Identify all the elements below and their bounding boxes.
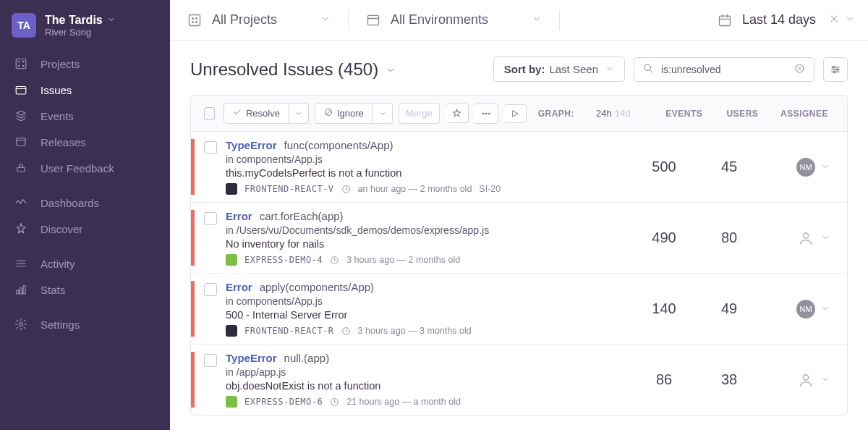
row-checkbox[interactable]	[204, 141, 217, 154]
more-button[interactable]	[475, 104, 498, 124]
row-checkbox[interactable]	[204, 354, 217, 367]
org-switcher[interactable]: TA The Tardis River Song	[0, 6, 170, 48]
issue-short-id[interactable]: SI-20	[479, 184, 501, 194]
assignee-cell[interactable]	[762, 210, 834, 266]
issue-culprit: apply(components/App)	[260, 281, 374, 293]
svg-point-32	[833, 66, 835, 68]
sidebar-item-label: Dashboards	[41, 197, 99, 209]
check-icon	[233, 108, 242, 119]
filter-button[interactable]	[823, 57, 848, 82]
svg-point-16	[192, 17, 194, 19]
assignee-avatar[interactable]: NM	[796, 158, 815, 177]
bookmark-button[interactable]	[446, 104, 469, 123]
issue-path: in components/App.js	[226, 153, 631, 165]
content: Unresolved Issues (450) Sort by: Last Se…	[170, 41, 868, 430]
sidebar-item-settings[interactable]: Settings	[0, 311, 170, 337]
sidebar-item-activity[interactable]: Activity	[0, 250, 170, 277]
ignore-dropdown[interactable]	[373, 103, 393, 124]
unassigned-icon[interactable]	[796, 229, 815, 248]
assignee-avatar[interactable]: NM	[796, 300, 815, 319]
events-count[interactable]: 490	[631, 210, 697, 266]
date-range-selector[interactable]: Last 14 days	[700, 0, 868, 40]
sidebar-item-stats[interactable]: Stats	[0, 277, 170, 303]
sidebar-item-projects[interactable]: Projects	[0, 51, 170, 77]
row-checkbox[interactable]	[204, 283, 217, 296]
project-selector[interactable]: All Projects	[170, 0, 348, 40]
events-count[interactable]: 140	[631, 281, 697, 337]
svg-point-38	[485, 113, 487, 114]
table-row[interactable]: TypeError null.(app) in /app/app.js obj.…	[191, 345, 847, 415]
chevron-down-icon	[821, 303, 830, 315]
assignee-column-header: ASSIGNEE	[775, 109, 834, 119]
issue-culprit: null.(app)	[284, 352, 330, 364]
sidebar-item-label: Activity	[41, 258, 75, 270]
events-icon	[14, 109, 27, 122]
environment-selector[interactable]: All Environments	[349, 0, 559, 40]
table-row[interactable]: Error cart.forEach(app) in /Users/vu/Doc…	[191, 203, 847, 274]
assignee-cell[interactable]	[762, 352, 834, 408]
sort-label: Sort by:	[504, 63, 545, 75]
issue-type[interactable]: Error	[226, 210, 252, 222]
sidebar-item-issues[interactable]: Issues	[0, 77, 170, 103]
svg-rect-12	[20, 288, 22, 294]
events-count[interactable]: 86	[631, 352, 697, 408]
realtime-button[interactable]	[504, 104, 527, 123]
project-name[interactable]: EXPRESS-DEMO-6	[244, 397, 323, 407]
unassigned-icon[interactable]	[796, 371, 815, 389]
users-count[interactable]: 80	[697, 210, 762, 266]
resolve-dropdown[interactable]	[289, 103, 309, 124]
svg-point-2	[22, 61, 24, 62]
select-all-checkbox[interactable]	[204, 107, 215, 120]
search-input[interactable]	[661, 64, 794, 75]
sidebar-item-releases[interactable]: Releases	[0, 129, 170, 155]
issue-path: in /app/app.js	[226, 366, 631, 378]
stats-icon	[14, 283, 27, 296]
ignore-icon	[324, 108, 333, 119]
org-name: The Tardis	[45, 14, 103, 27]
svg-point-45	[803, 374, 808, 379]
assignee-cell[interactable]: NM	[762, 139, 834, 195]
sidebar-item-discover[interactable]: Discover	[0, 216, 170, 242]
events-count[interactable]: 500	[631, 139, 697, 195]
row-checkbox[interactable]	[204, 212, 217, 225]
svg-rect-11	[17, 290, 19, 294]
sidebar-item-dashboards[interactable]: Dashboards	[0, 190, 170, 216]
calendar-icon	[718, 13, 732, 28]
feedback-icon	[14, 161, 27, 174]
issue-type[interactable]: TypeError	[226, 352, 277, 364]
issue-type[interactable]: TypeError	[226, 139, 277, 151]
sidebar-item-label: Releases	[41, 136, 86, 148]
sidebar-item-label: Events	[41, 110, 74, 122]
issue-type[interactable]: Error	[226, 281, 252, 293]
sort-selector[interactable]: Sort by: Last Seen	[493, 56, 625, 82]
search-box[interactable]	[634, 57, 814, 82]
merge-button[interactable]: Merge	[399, 103, 440, 124]
assignee-cell[interactable]: NM	[762, 281, 834, 337]
issues-table: Resolve Ignore Merge GRAPH: 24h14d EVENT…	[190, 95, 848, 416]
svg-line-25	[650, 69, 652, 72]
environment-selector-label: All Environments	[391, 12, 488, 28]
svg-point-18	[192, 21, 194, 22]
project-name[interactable]: FRONTEND-REACT-V	[244, 184, 334, 194]
project-name[interactable]: EXPRESS-DEMO-4	[244, 255, 323, 265]
graph-range-toggle[interactable]: 24h14d	[596, 108, 630, 119]
close-icon[interactable]	[829, 14, 839, 26]
table-row[interactable]: TypeError func(components/App) in compon…	[191, 132, 847, 203]
ignore-button[interactable]: Ignore	[315, 103, 373, 124]
sidebar-item-events[interactable]: Events	[0, 103, 170, 129]
sliders-icon	[830, 64, 841, 75]
table-row[interactable]: Error apply(components/App) in component…	[191, 274, 847, 345]
users-count[interactable]: 38	[697, 352, 762, 408]
users-count[interactable]: 49	[697, 281, 762, 337]
project-name[interactable]: FRONTEND-REACT-R	[244, 326, 334, 336]
clear-icon[interactable]	[794, 63, 805, 76]
svg-point-39	[488, 113, 490, 114]
resolve-button[interactable]: Resolve	[224, 103, 289, 124]
page-title[interactable]: Unresolved Issues (450)	[190, 59, 396, 80]
svg-line-36	[326, 110, 331, 114]
sidebar-item-feedback[interactable]: User Feedback	[0, 155, 170, 181]
users-count[interactable]: 45	[697, 139, 762, 195]
svg-point-17	[196, 17, 197, 19]
project-badge-icon	[226, 325, 237, 337]
topbar: All Projects All Environments Last 14 da…	[170, 0, 868, 41]
